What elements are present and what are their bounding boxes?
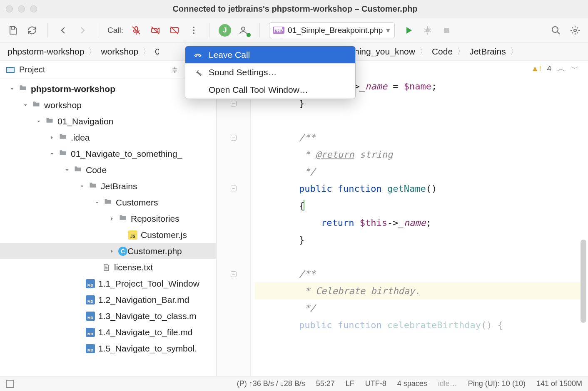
editor[interactable]: { $this->_name = $name; } /** * @return …: [217, 61, 588, 376]
tree-arrow-icon[interactable]: [7, 84, 17, 94]
svg-point-10: [552, 27, 558, 32]
code-line[interactable]: /**: [255, 129, 581, 146]
back-icon[interactable]: [57, 24, 70, 37]
breadcrumb-item[interactable]: phpstorm-workshop: [7, 47, 84, 57]
tree-arrow-icon[interactable]: [75, 328, 84, 337]
code-line[interactable]: public function getName(): [255, 180, 581, 197]
editor-gutter[interactable]: [217, 61, 251, 376]
status-idle[interactable]: idle…: [438, 379, 457, 388]
tree-row[interactable]: MD1.2_Navigation_Bar.md: [0, 292, 216, 308]
status-encoding[interactable]: UTF-8: [365, 379, 386, 388]
tree-row[interactable]: MD1.4_Navigate_to_file.md: [0, 324, 216, 340]
code-line[interactable]: * Celebrate birthday.: [255, 282, 581, 299]
avatar[interactable]: J: [219, 24, 231, 37]
code-line[interactable]: [255, 112, 581, 129]
tree-arrow-icon[interactable]: [117, 230, 127, 240]
stop-icon[interactable]: [441, 24, 453, 37]
tree-arrow-icon[interactable]: [92, 198, 102, 207]
code-line[interactable]: */: [255, 299, 581, 317]
tree-row[interactable]: 01_Navigation: [0, 113, 216, 129]
tree-row[interactable]: MD1.3_Navigate_to_class.m: [0, 308, 216, 324]
tree-arrow-icon[interactable]: [77, 182, 87, 191]
tree-arrow-icon[interactable]: [107, 214, 117, 223]
add-user-icon[interactable]: [238, 24, 250, 37]
menu-item[interactable]: Sound Settings…: [185, 64, 355, 81]
menu-item[interactable]: Leave Call: [185, 46, 355, 64]
md-file-icon: MD: [86, 328, 95, 337]
tree-row[interactable]: Repositories: [0, 210, 216, 227]
tree-label: 1.5_Navigate_to_symbol.: [98, 344, 197, 354]
tree-row[interactable]: .idea: [0, 129, 216, 146]
tree-arrow-icon[interactable]: [75, 279, 84, 288]
tree-label: JetBrains: [101, 181, 137, 191]
tree-arrow-icon[interactable]: [75, 295, 84, 304]
code-line[interactable]: {: [255, 197, 581, 214]
wrench-icon: [194, 68, 203, 77]
tree-arrow-icon[interactable]: [91, 263, 100, 272]
mic-off-icon[interactable]: [130, 24, 142, 37]
tree-arrow-icon[interactable]: [75, 344, 84, 353]
code-line[interactable]: */: [255, 163, 581, 180]
toolwindow-icon[interactable]: [6, 380, 14, 388]
status-net[interactable]: (P) ↑36 B/s / ↓28 B/s: [237, 379, 305, 388]
run-config-selector[interactable]: PHP 01_Simple_Breakpoint.php ▾: [269, 22, 395, 38]
tree-arrow-icon[interactable]: [21, 101, 30, 110]
breadcrumb-item[interactable]: JetBrains: [469, 47, 506, 57]
code-view[interactable]: { $this->_name = $name; } /** * @return …: [251, 61, 588, 376]
tree-arrow-icon[interactable]: [47, 149, 57, 158]
forward-icon[interactable]: [76, 24, 89, 37]
tree-label: phpstorm-workshop: [31, 84, 115, 94]
tree-row[interactable]: workshop: [0, 97, 216, 113]
editor-scrollbar[interactable]: [581, 240, 586, 323]
debug-icon[interactable]: [421, 24, 434, 37]
run-config-name: 01_Simple_Breakpoint.php: [288, 26, 383, 35]
tree-arrow-icon[interactable]: [107, 247, 117, 256]
chevron-up-icon[interactable]: ︿: [557, 63, 565, 74]
tree-arrow-icon[interactable]: [75, 312, 84, 321]
run-icon[interactable]: [402, 24, 415, 37]
breadcrumb-item[interactable]: Code: [432, 47, 453, 57]
search-icon[interactable]: [550, 24, 562, 37]
code-line[interactable]: /**: [255, 265, 581, 282]
chevron-down-icon[interactable]: ﹀: [571, 63, 579, 74]
status-indent[interactable]: 4 spaces: [397, 379, 427, 388]
camera-off-icon[interactable]: [149, 24, 162, 37]
tree-row[interactable]: CCustomer.php: [0, 243, 216, 259]
code-line[interactable]: return $this->_name;: [255, 214, 581, 231]
status-mem[interactable]: 141 of 1500M: [536, 379, 582, 388]
breadcrumb-item[interactable]: 0: [155, 47, 159, 57]
project-header-label[interactable]: Project: [19, 65, 45, 74]
title-bar: Connected to jetbrains's phpstorm-worksh…: [0, 0, 588, 18]
code-line[interactable]: [255, 248, 581, 265]
status-pos[interactable]: 55:27: [316, 379, 335, 388]
tree-row[interactable]: Code: [0, 162, 216, 178]
tree-row[interactable]: license.txt: [0, 259, 216, 275]
screenshare-off-icon[interactable]: [168, 24, 181, 37]
refresh-icon[interactable]: [26, 24, 38, 37]
tree-row[interactable]: MD1.1_Project_Tool_Window: [0, 275, 216, 292]
tree-row[interactable]: Customers: [0, 194, 216, 210]
breadcrumb-item[interactable]: workshop: [101, 47, 138, 57]
tree-label: 1.3_Navigate_to_class.m: [98, 311, 197, 321]
code-line[interactable]: * @return string: [255, 146, 581, 163]
save-icon[interactable]: [7, 24, 19, 37]
status-eol[interactable]: LF: [346, 379, 354, 388]
inspections-widget[interactable]: ▲! 4 ︿ ﹀: [531, 63, 579, 74]
expand-all-icon[interactable]: [169, 64, 180, 75]
tree-arrow-icon[interactable]: [62, 166, 72, 175]
more-icon[interactable]: [187, 24, 200, 37]
tree-row[interactable]: phpstorm-workshop: [0, 81, 216, 97]
menu-item-label: Open Call Tool Window…: [209, 85, 308, 95]
code-line[interactable]: }: [255, 231, 581, 248]
tree-arrow-icon[interactable]: [34, 117, 43, 126]
tree-row[interactable]: JSCustomer.js: [0, 227, 216, 243]
tree-row[interactable]: MD1.5_Navigate_to_symbol.: [0, 340, 216, 356]
code-line[interactable]: public function celebrateBirthday() {: [255, 317, 581, 334]
gear-icon[interactable]: [569, 24, 581, 37]
tree-row[interactable]: 01_Navigate_to_something_: [0, 146, 216, 162]
menu-item[interactable]: Open Call Tool Window…: [185, 81, 355, 99]
project-tree[interactable]: phpstorm-workshopworkshop01_Navigation.i…: [0, 79, 216, 376]
tree-arrow-icon[interactable]: [47, 133, 57, 142]
status-ping[interactable]: Ping (UI): 10 (10): [468, 379, 526, 388]
tree-row[interactable]: JetBrains: [0, 178, 216, 194]
